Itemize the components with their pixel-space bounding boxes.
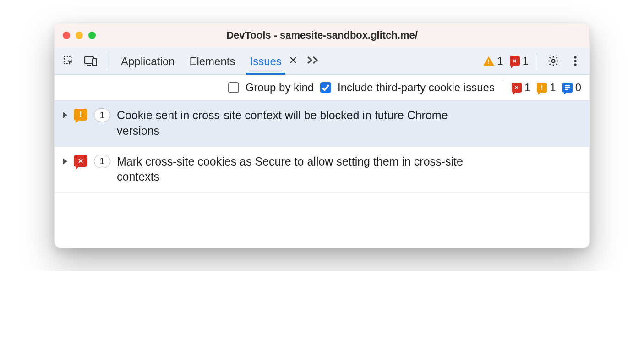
more-tabs-icon[interactable] [306,55,320,67]
issue-title: Cookie sent in cross-site context will b… [117,108,492,139]
separator [503,80,503,95]
issue-row[interactable]: ! 1 Cookie sent in cross-site context wi… [55,100,589,147]
issue-severity-icon: × [74,155,87,167]
error-icon: × [512,83,522,93]
error-kind-count[interactable]: × 1 [512,81,530,94]
maximize-window-button[interactable] [88,32,96,39]
titlebar: DevTools - samesite-sandbox.glitch.me/ [55,23,589,47]
close-tab-icon[interactable] [289,55,297,67]
tab-elements[interactable]: Elements [186,49,238,73]
group-by-kind-label: Group by kind [246,81,314,94]
issues-list: ! 1 Cookie sent in cross-site context wi… [55,100,589,193]
info-icon [562,83,573,93]
settings-icon[interactable] [546,53,561,69]
warning-icon: ! [537,83,547,93]
tab-issues[interactable]: Issues [247,49,284,73]
toolbar-error-count[interactable]: × 1 [510,55,529,67]
expand-icon[interactable] [63,112,67,118]
include-third-party-checkbox[interactable] [320,82,331,93]
error-icon: × [510,56,520,66]
warning-bubble-icon: ! [74,109,87,121]
svg-point-6 [552,59,555,62]
svg-point-7 [574,56,576,58]
issue-severity-icon: ! [74,109,87,121]
separator [537,53,537,69]
issue-row[interactable]: × 1 Mark cross-site cookies as Secure to… [55,147,589,193]
device-toolbar-icon[interactable] [83,53,98,69]
issue-count-badge: 1 [94,155,110,168]
issue-count-badge: 1 [94,108,110,122]
svg-point-9 [574,63,576,66]
info-kind-count[interactable]: 0 [562,81,581,94]
main-toolbar: Application Elements Issues 1 × 1 [55,47,589,75]
warning-icon [483,56,494,66]
toolbar-warning-count[interactable]: 1 [483,55,503,67]
warning-kind-count[interactable]: ! 1 [537,81,556,94]
svg-rect-3 [93,59,97,66]
filter-group-by-kind[interactable]: Group by kind [228,81,314,94]
inspect-element-icon[interactable] [61,53,76,69]
devtools-window: DevTools - samesite-sandbox.glitch.me/ A… [54,23,590,248]
more-options-icon[interactable] [568,53,583,69]
minimize-window-button[interactable] [76,32,83,39]
issue-title: Mark cross-site cookies as Secure to all… [117,154,492,185]
window-title: DevTools - samesite-sandbox.glitch.me/ [55,29,589,41]
filter-include-third-party[interactable]: Include third-party cookie issues [320,81,495,94]
group-by-kind-checkbox[interactable] [228,82,239,93]
include-third-party-label: Include third-party cookie issues [338,81,495,94]
panel-tabs: Application Elements Issues [118,49,320,73]
issue-kind-counts: × 1 ! 1 0 [512,81,581,94]
traffic-lights [63,32,96,39]
blank-area [55,193,589,248]
error-count-value: 1 [523,55,529,67]
issues-filterbar: Group by kind Include third-party cookie… [55,75,589,100]
tab-application[interactable]: Application [118,49,177,73]
separator [107,53,107,69]
expand-icon[interactable] [63,158,67,165]
close-window-button[interactable] [63,32,70,39]
error-bubble-icon: × [74,155,87,167]
warning-count-value: 1 [497,55,503,67]
svg-point-8 [574,60,576,62]
